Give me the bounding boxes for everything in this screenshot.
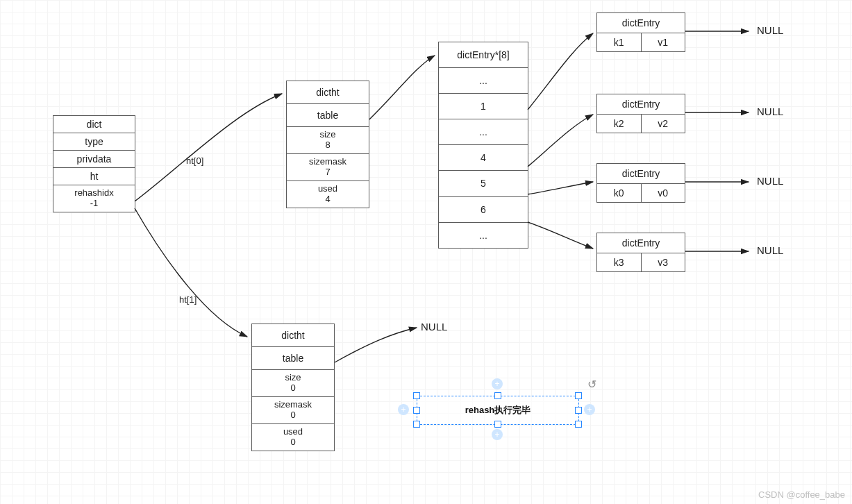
dictentry-1: dictEntry k2v2 (596, 94, 685, 133)
dictentry-3: dictEntry k3v3 (596, 233, 685, 272)
label-ht1: ht[1] (179, 294, 197, 305)
bucket-slot: 4 (439, 145, 528, 171)
add-handle-icon[interactable]: + (492, 378, 503, 389)
null-1: NULL (757, 106, 783, 117)
bucket-title: dictEntry*[8] (439, 42, 528, 68)
null-2: NULL (757, 175, 783, 187)
null-3: NULL (757, 244, 783, 256)
bucket-struct: dictEntry*[8] ... 1 ... 4 5 6 ... (438, 42, 528, 249)
add-handle-icon[interactable]: + (398, 404, 409, 415)
dictht0-title: dictht (287, 81, 369, 104)
dictht0-size: size8 (287, 127, 369, 154)
bucket-slot: 5 (439, 171, 528, 196)
dictht1-size: size0 (252, 370, 334, 397)
null-0: NULL (757, 24, 783, 36)
dictht1-used: used0 (252, 424, 334, 451)
bucket-slot: ... (439, 119, 528, 145)
bucket-slot: ... (439, 68, 528, 94)
dict-struct: dict type privdata ht rehashidx-1 (53, 115, 135, 212)
resize-handle[interactable] (575, 421, 582, 428)
resize-handle[interactable] (575, 407, 582, 414)
watermark: CSDN @coffee_babe (758, 489, 845, 500)
bucket-slot: 6 (439, 197, 528, 223)
dict-type: type (53, 133, 135, 151)
dict-rehashidx: rehashidx-1 (53, 185, 135, 212)
dictht0-used: used4 (287, 181, 369, 208)
resize-handle[interactable] (494, 392, 501, 399)
dictht0-struct: dictht table size8 sizemask7 used4 (286, 81, 369, 208)
dictht1-struct: dictht table size0 sizemask0 used0 (251, 324, 335, 451)
dict-privdata: privdata (53, 151, 135, 168)
dict-ht: ht (53, 168, 135, 185)
dictht1-title: dictht (252, 324, 334, 347)
dictht0-table: table (287, 104, 369, 127)
bg-grid (0, 0, 852, 504)
resize-handle[interactable] (413, 392, 420, 399)
resize-handle[interactable] (494, 421, 501, 428)
resize-handle[interactable] (413, 421, 420, 428)
label-ht0: ht[0] (186, 156, 203, 166)
dictht1-table: table (252, 347, 334, 370)
bucket-slot: ... (439, 223, 528, 248)
bucket-slot: 1 (439, 94, 528, 119)
dictht0-mask: sizemask7 (287, 154, 369, 181)
dictht1-mask: sizemask0 (252, 397, 334, 424)
dictentry-0: dictEntry k1v1 (596, 12, 685, 52)
add-handle-icon[interactable]: + (492, 429, 503, 440)
resize-handle[interactable] (575, 392, 582, 399)
dict-title: dict (53, 116, 135, 133)
dictentry-2: dictEntry k0v0 (596, 163, 685, 203)
resize-handle[interactable] (413, 407, 420, 414)
add-handle-icon[interactable]: + (584, 404, 595, 415)
null-4: NULL (421, 321, 447, 333)
rotate-handle-icon[interactable]: ↺ (587, 378, 596, 391)
